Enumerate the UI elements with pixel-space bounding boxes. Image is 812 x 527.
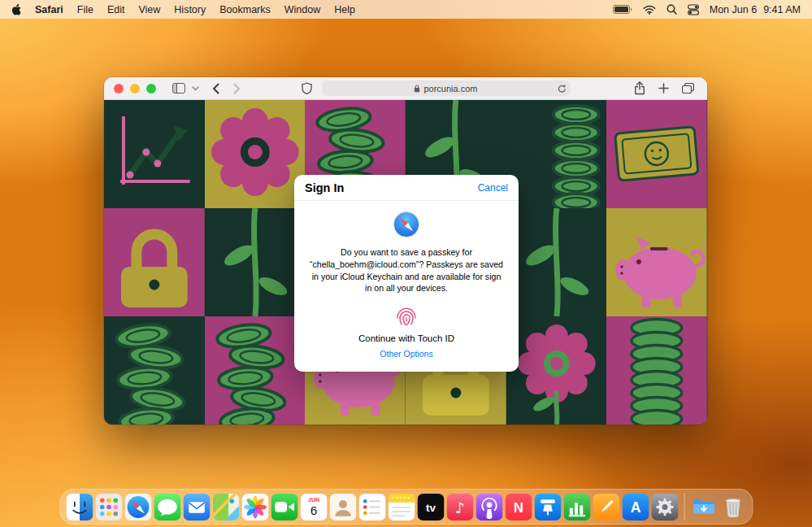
dock: JUN6 tv♪ NA <box>59 489 753 525</box>
artwork-tile-stem <box>506 208 607 316</box>
dock-contacts-icon[interactable] <box>329 494 356 520</box>
dock-app-store-icon[interactable]: A <box>622 494 649 520</box>
artwork-tile-coins <box>205 316 306 425</box>
window-controls <box>114 84 156 94</box>
menu-item-window[interactable]: Window <box>284 4 320 15</box>
svg-text:♪: ♪ <box>455 499 465 516</box>
dock-downloads-icon[interactable] <box>690 494 717 520</box>
dialog-title: Sign In <box>305 181 344 194</box>
dock-messages-icon[interactable] <box>154 494 180 520</box>
menu-item-bookmarks[interactable]: Bookmarks <box>219 4 271 15</box>
svg-text:N: N <box>514 499 523 514</box>
touch-id-icon <box>392 302 421 331</box>
svg-text:A: A <box>630 499 640 515</box>
artwork-tile-coins <box>104 316 205 425</box>
dock-finder-icon[interactable] <box>66 494 93 520</box>
artwork-tile-piggy <box>606 208 707 316</box>
menubar-time[interactable]: 9:41 AM <box>763 4 801 15</box>
address-bar[interactable]: porcunia.com <box>322 81 571 96</box>
menu-item-view[interactable]: View <box>138 4 160 15</box>
control-center-icon[interactable] <box>688 4 699 15</box>
menu-item-help[interactable]: Help <box>334 4 355 15</box>
menu-bar: Safari FileEditViewHistoryBookmarksWindo… <box>0 0 812 19</box>
chevron-down-icon[interactable] <box>189 80 202 98</box>
apple-menu-icon[interactable] <box>11 4 21 15</box>
close-window-button[interactable] <box>114 84 124 94</box>
zoom-window-button[interactable] <box>146 84 156 94</box>
menu-app-name[interactable]: Safari <box>35 4 63 15</box>
dock-keynote-icon[interactable] <box>534 494 561 520</box>
artwork-tile-coil <box>606 316 707 425</box>
dock-system-settings-icon[interactable] <box>651 494 678 520</box>
address-text: porcunia.com <box>423 84 477 94</box>
dock-divider <box>684 493 684 520</box>
safari-window: porcunia.com <box>104 77 707 425</box>
dock-launchpad-icon[interactable] <box>95 494 122 520</box>
dock-numbers-icon[interactable] <box>563 494 590 520</box>
artwork-tile-chart <box>104 100 205 208</box>
dock-notes-icon[interactable] <box>388 494 415 520</box>
menu-item-history[interactable]: History <box>174 4 206 15</box>
menu-item-file[interactable]: File <box>77 4 93 15</box>
lock-icon <box>414 85 420 93</box>
dock-safari-icon[interactable] <box>124 494 151 520</box>
svg-text:JUN: JUN <box>307 496 319 502</box>
svg-text:tv: tv <box>426 501 436 513</box>
dock-trash-icon[interactable] <box>719 494 746 520</box>
artwork-tile-flower2 <box>506 316 607 425</box>
cancel-button[interactable]: Cancel <box>478 182 508 194</box>
dock-pages-icon[interactable] <box>593 494 619 520</box>
dock-music-icon[interactable]: ♪ <box>446 494 473 520</box>
passkey-message: Do you want to save a passkey for “chell… <box>309 246 504 294</box>
svg-text:6: 6 <box>310 503 317 517</box>
artwork-tile-lock <box>104 208 205 316</box>
back-icon[interactable] <box>209 80 223 98</box>
dock-maps-icon[interactable] <box>212 494 239 520</box>
artwork-tile-stem <box>205 208 306 316</box>
share-icon[interactable] <box>631 80 649 98</box>
dock-calendar-icon[interactable]: JUN6 <box>300 494 327 520</box>
dock-tv-icon[interactable]: tv <box>417 494 444 520</box>
new-tab-icon[interactable] <box>655 80 672 98</box>
battery-icon[interactable] <box>613 5 632 14</box>
other-options-link[interactable]: Other Options <box>380 349 432 359</box>
menu-item-edit[interactable]: Edit <box>107 4 125 15</box>
dock-reminders-icon[interactable] <box>358 494 385 520</box>
artwork-tile-stack <box>506 100 607 208</box>
privacy-shield-icon[interactable] <box>298 80 315 98</box>
search-icon[interactable] <box>667 4 677 15</box>
tab-overview-icon[interactable] <box>679 80 697 98</box>
safari-app-icon <box>393 211 420 238</box>
continue-touch-id-label[interactable]: Continue with Touch ID <box>309 333 504 343</box>
dock-facetime-icon[interactable] <box>271 494 297 520</box>
artwork-tile-flower <box>205 100 306 208</box>
safari-toolbar: porcunia.com <box>104 77 707 100</box>
minimize-window-button[interactable] <box>130 84 140 94</box>
forward-icon[interactable] <box>230 80 244 98</box>
sidebar-icon[interactable] <box>169 80 189 98</box>
reload-icon[interactable] <box>558 84 567 95</box>
dock-news-icon[interactable]: N <box>505 494 532 520</box>
wifi-icon[interactable] <box>643 5 656 15</box>
dock-podcasts-icon[interactable] <box>475 494 502 520</box>
dock-photos-icon[interactable] <box>241 494 268 520</box>
artwork-tile-banknote <box>606 100 707 208</box>
menubar-date[interactable]: Mon Jun 6 <box>710 4 757 15</box>
dock-mail-icon[interactable] <box>183 494 210 520</box>
passkey-dialog: Sign In Cancel Do you want to save a pas… <box>294 175 519 372</box>
